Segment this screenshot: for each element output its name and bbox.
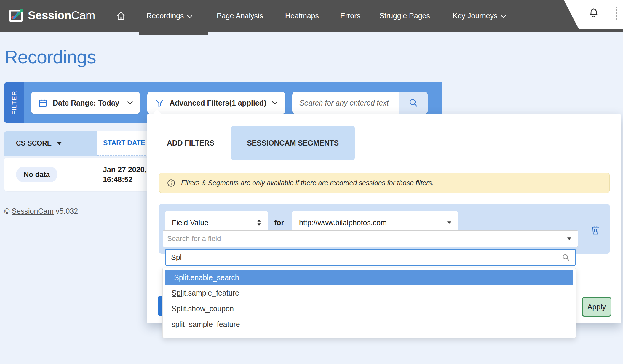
apply-button[interactable]: Apply [582, 297, 611, 317]
delete-filter-button[interactable] [590, 225, 600, 236]
info-banner: Filters & Segments are only available if… [159, 173, 610, 193]
caret-down-icon [567, 237, 571, 240]
option-split-sample-feature-lower[interactable]: split_sample_feature [163, 317, 576, 332]
footer-copyright: © SessionCam v5.032 [4, 207, 78, 215]
info-icon [167, 179, 175, 187]
search-button[interactable] [399, 92, 428, 114]
filter-side-tab[interactable]: FILTER [4, 82, 24, 123]
nav-item-heatmaps[interactable]: Heatmaps [285, 0, 319, 32]
home-button[interactable] [116, 0, 126, 32]
nav-item-recordings[interactable]: Recordings [146, 0, 192, 32]
home-icon [116, 11, 126, 21]
search-input[interactable] [292, 92, 399, 114]
filter-funnel-icon [155, 98, 164, 108]
tab-add-filters[interactable]: ADD FILTERS [165, 126, 216, 160]
field-combobox[interactable]: Search for a field [163, 230, 578, 247]
notifications-button[interactable] [589, 8, 599, 19]
select-spinner-icon [257, 219, 261, 226]
chevron-down-icon [501, 15, 506, 18]
active-tab-extension [139, 32, 208, 35]
column-header-cs-score[interactable]: CS SCORE [4, 131, 97, 156]
nav-item-key-journeys[interactable]: Key Journeys [453, 0, 506, 32]
cs-score-badge: No data [16, 167, 57, 182]
field-options-list: Split.enable_search Split.sample_feature… [162, 268, 576, 338]
advanced-filters-panel: ADD FILTERS SESSIONCAM SEGMENTS Filters … [147, 114, 621, 323]
field-search-input[interactable] [171, 253, 562, 262]
sessioncam-logo-icon [8, 7, 25, 24]
calendar-icon [38, 98, 47, 108]
chevron-down-icon [272, 101, 277, 104]
search-icon [409, 98, 418, 108]
nav-item-struggle-pages[interactable]: Struggle Pages [379, 0, 430, 32]
chevron-down-icon [187, 15, 192, 18]
search-icon [562, 253, 570, 261]
trash-icon [591, 225, 600, 235]
brand-name: SessionCam [28, 9, 95, 22]
advanced-filters-button[interactable]: Advanced Filters(1 applied) [147, 92, 285, 114]
option-split-sample-feature[interactable]: Split.sample_feature [163, 285, 576, 301]
text-search [292, 92, 428, 114]
sort-descending-icon [57, 142, 62, 145]
bell-icon [589, 8, 599, 19]
filter-row-container: Field Value for http://www.bilalphotos.c… [159, 204, 610, 254]
start-date-cell: Jan 27 2020, 16:48:52 [103, 165, 146, 184]
footer-brand-link[interactable]: SessionCam [12, 207, 54, 215]
caret-down-icon [447, 221, 451, 224]
tab-sessioncam-segments[interactable]: SESSIONCAM SEGMENTS [231, 126, 355, 160]
option-split-show-coupon[interactable]: Split.show_coupon [163, 301, 576, 317]
date-range-button[interactable]: Date Range: Today [31, 92, 140, 114]
column-header-start-date[interactable]: START DATE [97, 131, 148, 156]
nav-divider-dashed [616, 7, 617, 20]
table-row[interactable]: No data Jan 27 2020, 16:48:52 [4, 158, 148, 191]
nav-item-errors[interactable]: Errors [340, 0, 360, 32]
chevron-down-icon [127, 101, 133, 104]
page-title: Recordings [4, 46, 96, 68]
field-search-box [165, 249, 576, 266]
app-screen: SessionCam Recordings Page Analysis Heat… [0, 0, 623, 364]
brand-logo[interactable]: SessionCam [8, 7, 95, 24]
top-nav: SessionCam Recordings Page Analysis Heat… [0, 0, 623, 32]
option-split-enable-search[interactable]: Split.enable_search [165, 270, 573, 285]
nav-item-page-analysis[interactable]: Page Analysis [217, 0, 263, 32]
